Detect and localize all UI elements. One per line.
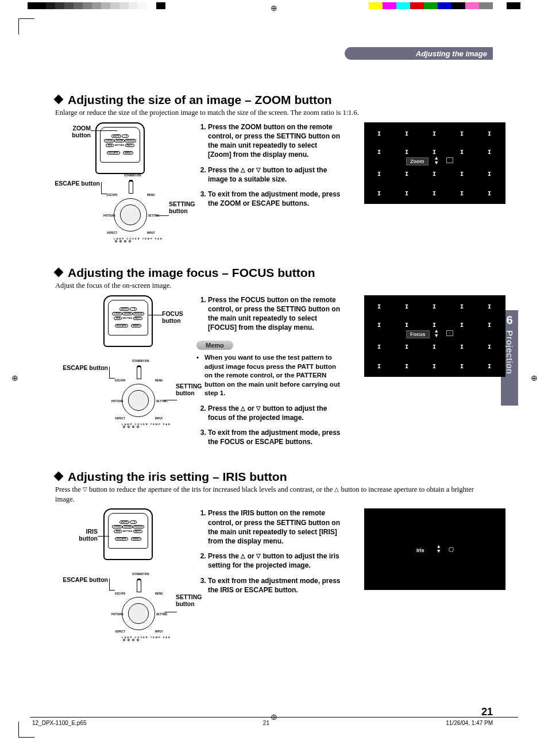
osd-label: Iris	[413, 547, 428, 554]
remote-control-illustration: AUTO ☼/ⅰ V.POSZOOMFOCUS IRIS SETTING PAT…	[103, 295, 153, 347]
step-2: Press the △ or ▽ button to adjust the ir…	[208, 551, 342, 570]
section-heading: Adjusting the size of an image – ZOOM bu…	[55, 93, 493, 107]
diamond-icon	[54, 471, 64, 481]
callout-zoom-button: ZOOM button	[54, 125, 91, 138]
triangle-down-icon: ▽	[256, 167, 261, 173]
callout-setting-button: SETTING button	[169, 200, 195, 214]
footer-page: 21	[263, 720, 269, 726]
section-subtext: Adjust the focus of the on-screen image.	[55, 281, 493, 291]
triangle-down-icon: ▽	[256, 405, 261, 411]
osd-label: Focus	[406, 330, 430, 338]
osd-arrows-icon: ▲▼	[437, 545, 440, 554]
section-subtext: Enlarge or reduce the size of the projec…	[55, 108, 493, 118]
content-area: Adjusting the size of an image – ZOOM bu…	[55, 93, 493, 701]
section-subtext: Press the ▽ button to reduce the apertur…	[55, 485, 493, 504]
step-1: Press the FOCUS button on the remote con…	[208, 295, 342, 333]
osd-arrows-icon: ▲▼	[435, 329, 438, 338]
footer-meta: 12_DPX-1100_E.p65 21 11/26/04, 1:47 PM	[30, 717, 518, 726]
osd-screen-zoom: IIIIIIIIIIIIIIIIIIII Zoom ▲▼	[364, 122, 505, 204]
section-focus: Adjusting the image focus – FOCUS button…	[55, 266, 493, 453]
diamond-icon	[54, 95, 64, 105]
callout-focus-button: FOCUS button	[162, 310, 183, 324]
memo-label: Memo	[196, 341, 233, 350]
page-number: 21	[481, 706, 493, 718]
remote-control-illustration: AUTO ☼/ⅰ V.POSZOOMFOCUS IRIS SETTING PAT…	[103, 508, 153, 560]
step-3: To exit from the adjustment mode, press …	[208, 576, 342, 595]
section-heading: Adjusting the image focus – FOCUS button	[55, 266, 493, 280]
header-band: Adjusting the image	[345, 47, 493, 60]
color-strip	[369, 2, 520, 9]
osd-arrows-icon: ▲▼	[435, 156, 438, 165]
step-2: Press the △ or ▽ button to adjust the im…	[208, 165, 342, 184]
osd-focus-icon: □	[446, 330, 453, 336]
section-zoom: Adjusting the size of an image – ZOOM bu…	[55, 93, 493, 249]
diagram-iris: AUTO ☼/ⅰ V.POSZOOMFOCUS IRIS SETTING PAT…	[55, 508, 187, 651]
step-1: Press the IRIS button on the remote cont…	[208, 508, 342, 546]
chapter-label: Projection	[505, 330, 515, 375]
step-1: Press the ZOOM button on the remote cont…	[208, 122, 342, 160]
triangle-down-icon: ▽	[256, 553, 261, 559]
footer-date: 11/26/04, 1:47 PM	[446, 720, 493, 726]
callout-iris-button: IRIS button	[67, 528, 98, 542]
header-title: Adjusting the image	[416, 49, 487, 58]
main-unit-illustration: ESCAPE MENU PATTERN SETTING ASPECT INPUT…	[106, 589, 173, 644]
page-frame: Adjusting the image 6 Projection Adjusti…	[30, 30, 518, 726]
section-heading: Adjusting the iris setting – IRIS button	[55, 470, 493, 484]
section-iris: Adjusting the iris setting – IRIS button…	[55, 470, 493, 651]
osd-label: Zoom	[406, 157, 429, 165]
callout-escape-button: ESCAPE button	[54, 364, 108, 371]
steps-iris: Press the IRIS button on the remote cont…	[196, 508, 342, 600]
osd-iris-icon	[449, 547, 454, 552]
memo-text: When you want to use the test pattern to…	[196, 353, 342, 398]
osd-zoom-icon	[446, 157, 453, 163]
main-unit-illustration: ESCAPE MENU PATTERN SETTING ASPECT INPUT…	[106, 376, 173, 431]
registration-mark-icon: ⊕	[11, 373, 18, 383]
grayscale-strip	[28, 2, 165, 9]
callout-escape-button: ESCAPE button	[54, 576, 108, 583]
diagram-focus: AUTO ☼/ⅰ V.POSZOOMFOCUS IRIS SETTING PAT…	[55, 295, 187, 440]
registration-mark-icon: ⊕	[271, 3, 277, 13]
main-unit-illustration: ESCAPE MENU PATTERN SETTING ASPECT INPUT…	[98, 190, 165, 245]
step-2: Press the △ or ▽ button to adjust the fo…	[208, 404, 342, 422]
step-3: To exit from the adjustment mode, press …	[208, 428, 342, 446]
steps-focus: Press the FOCUS button on the remote con…	[196, 295, 342, 453]
chapter-number: 6	[506, 314, 512, 327]
triangle-down-icon: ▽	[83, 486, 87, 492]
registration-mark-icon: ⊕	[531, 373, 538, 383]
callout-escape-button: ESCAPE button	[46, 180, 100, 187]
osd-screen-focus: IIIIIIIIIIIIIIIIIIII Focus ▲▼ □	[364, 295, 505, 377]
diamond-icon	[54, 267, 64, 277]
footer-filename: 12_DPX-1100_E.p65	[32, 720, 87, 726]
diagram-zoom: AUTO ☼/ⅰ V.POSZOOMFOCUS IRIS SETTING PAT…	[55, 122, 187, 249]
steps-zoom: Press the ZOOM button on the remote cont…	[196, 122, 342, 214]
step-3: To exit from the adjustment mode, press …	[208, 190, 342, 208]
callout-setting-button: SETTING button	[176, 593, 202, 607]
osd-screen-iris: Iris ▲▼	[364, 508, 505, 590]
